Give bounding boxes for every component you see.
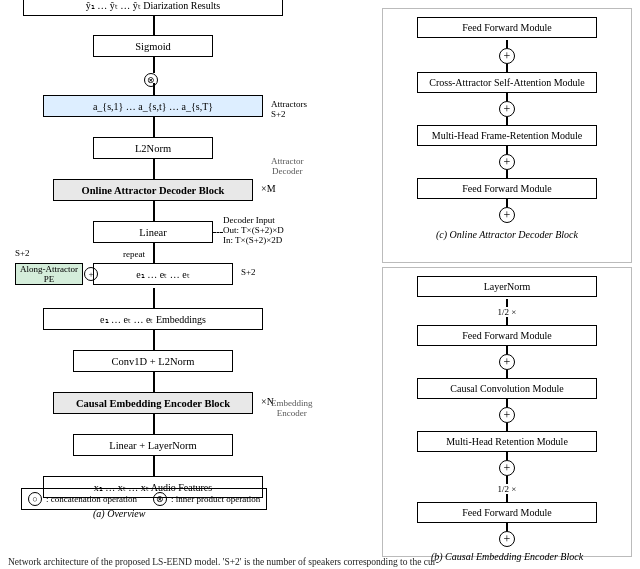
arrow-9 (153, 117, 155, 137)
dashed-line (213, 232, 223, 233)
plus-2: + (499, 101, 515, 117)
ffm-bottom-row: Feed Forward Module (417, 178, 597, 199)
layernorm-row: LayerNorm (417, 276, 597, 297)
attractor-decoder-block-box: Online Attractor Decoder Block (53, 179, 253, 201)
conn-7 (506, 199, 508, 207)
plus-b1: + (499, 354, 515, 370)
inner-product-legend-text: : inner product operation (171, 494, 260, 504)
conn-b3 (506, 346, 508, 354)
diarization-results-box: ŷ₁ … ŷₜ … ŷₜ Diarization Results (23, 0, 283, 16)
right-panel: Feed Forward Module + Cross-Attractor Se… (382, 8, 632, 561)
conn-b8 (506, 476, 508, 484)
conv1d-box: Conv1D + L2Norm (73, 350, 233, 372)
right-top-section: Feed Forward Module + Cross-Attractor Se… (382, 8, 632, 263)
caption-c: (c) Online Attractor Decoder Block (389, 229, 625, 240)
conn-4 (506, 117, 508, 125)
conn-b10 (506, 523, 508, 531)
conn-b7 (506, 452, 508, 460)
ffm-top-row: Feed Forward Module (417, 17, 597, 38)
cross-attn-box: Cross-Attractor Self-Attention Module (417, 72, 597, 93)
inner-product-icon: ⊗ (153, 492, 167, 506)
caption-a: (a) Overview (93, 508, 145, 519)
cross-attn-row: Cross-Attractor Self-Attention Module (417, 72, 597, 93)
causal-conv-row: Causal Convolution Module (417, 378, 597, 399)
plus-1: + (499, 48, 515, 64)
ffm-b-row: Feed Forward Module (417, 325, 597, 346)
decoder-input-in: In: T×(S+2)×2D (223, 235, 282, 245)
conn-3 (506, 93, 508, 101)
conn-1 (506, 40, 508, 48)
decoder-input-out: Out: T×(S+2)×D (223, 225, 284, 235)
decoder-input-label: Decoder Input (223, 215, 275, 225)
conn-b9 (506, 494, 508, 502)
conn-b2 (506, 317, 508, 325)
arrow-11 (153, 57, 155, 73)
arrow-2 (153, 414, 155, 434)
arrow-7 (153, 201, 155, 221)
arrow-12 (153, 15, 155, 35)
left-panel: x₁ … xₜ … xₜ Audio Features Linear + Lay… (8, 8, 378, 561)
half-label-2: 1/2 × (498, 484, 517, 494)
bottom-caption: Network architecture of the proposed LS-… (0, 557, 640, 567)
s-plus-2-attract: S+2 (271, 109, 286, 119)
conn-b5 (506, 399, 508, 407)
concat-legend-text: : concatenation operation (46, 494, 137, 504)
s-plus-2-right: S+2 (241, 267, 256, 277)
conn-b1 (506, 299, 508, 307)
ffm-b-box: Feed Forward Module (417, 325, 597, 346)
mhfr-box: Multi-Head Frame-Retention Module (417, 125, 597, 146)
attractors-box: a_{s,1} … a_{s,t} … a_{s,T} (43, 95, 263, 117)
repeat-label: repeat (123, 249, 145, 259)
plus-4: + (499, 207, 515, 223)
linear-layernorm-box: Linear + LayerNorm (73, 434, 233, 456)
concat-legend: ○ : concatenation operation (28, 492, 137, 506)
arrow-10 (153, 83, 155, 95)
attractors-label-right: Attractors (271, 99, 307, 109)
arrow-3 (153, 372, 155, 392)
sigmoid-box: Sigmoid (93, 35, 213, 57)
attractor-decoder-section: Feed Forward Module + Cross-Attractor Se… (389, 15, 625, 223)
mhfr-row: Multi-Head Frame-Retention Module (417, 125, 597, 146)
inner-product-legend: ⊗ : inner product operation (153, 492, 260, 506)
legend-box: ○ : concatenation operation ⊗ : inner pr… (21, 488, 267, 510)
plus-3: + (499, 154, 515, 170)
half-label-1: 1/2 × (498, 307, 517, 317)
ffm-bottom-box: Feed Forward Module (417, 178, 597, 199)
plus-b3: + (499, 460, 515, 476)
arrow-6 (153, 243, 155, 263)
main-container: x₁ … xₜ … xₜ Audio Features Linear + Lay… (0, 0, 640, 569)
attractor-decoder-brace: AttractorDecoder (271, 156, 303, 176)
along-attractor-pe-box: Along-Attractor PE (15, 263, 83, 285)
conn-b4 (506, 370, 508, 378)
conn-2 (506, 64, 508, 72)
concat-icon: ○ (28, 492, 42, 506)
mhr-box: Multi-Head Retention Module (417, 431, 597, 452)
s-plus-2-left: S+2 (15, 248, 30, 258)
mhr-row: Multi-Head Retention Module (417, 431, 597, 452)
arrow-4 (153, 330, 155, 350)
conn-6 (506, 170, 508, 178)
layernorm-box: LayerNorm (417, 276, 597, 297)
conn-5 (506, 146, 508, 154)
conn-b6 (506, 423, 508, 431)
arrow-8 (153, 159, 155, 179)
concat-circle: + (84, 267, 98, 281)
plus-b2: + (499, 407, 515, 423)
plus-b4: + (499, 531, 515, 547)
arrow-1 (153, 456, 155, 476)
causal-conv-box: Causal Convolution Module (417, 378, 597, 399)
ffm-bb-box: Feed Forward Module (417, 502, 597, 523)
times-m-label: ×M (261, 183, 276, 194)
causal-encoder-section: LayerNorm 1/2 × Feed Forward Module + (389, 274, 625, 547)
inner-product-circle: ⊗ (144, 73, 158, 87)
embedding-encoder-label: EmbeddingEncoder (271, 398, 313, 418)
arrow-5 (153, 288, 155, 308)
embeddings-box: e₁ … eₜ … eₜ Embeddings (43, 308, 263, 330)
right-bottom-section: LayerNorm 1/2 × Feed Forward Module + (382, 267, 632, 557)
diagram-area: x₁ … xₜ … xₜ Audio Features Linear + Lay… (13, 8, 373, 528)
ffm-bb-row: Feed Forward Module (417, 502, 597, 523)
causal-embed-block-box: Causal Embedding Encoder Block (53, 392, 253, 414)
ffm-top-box: Feed Forward Module (417, 17, 597, 38)
linear-box: Linear (93, 221, 213, 243)
l2norm-box: L2Norm (93, 137, 213, 159)
